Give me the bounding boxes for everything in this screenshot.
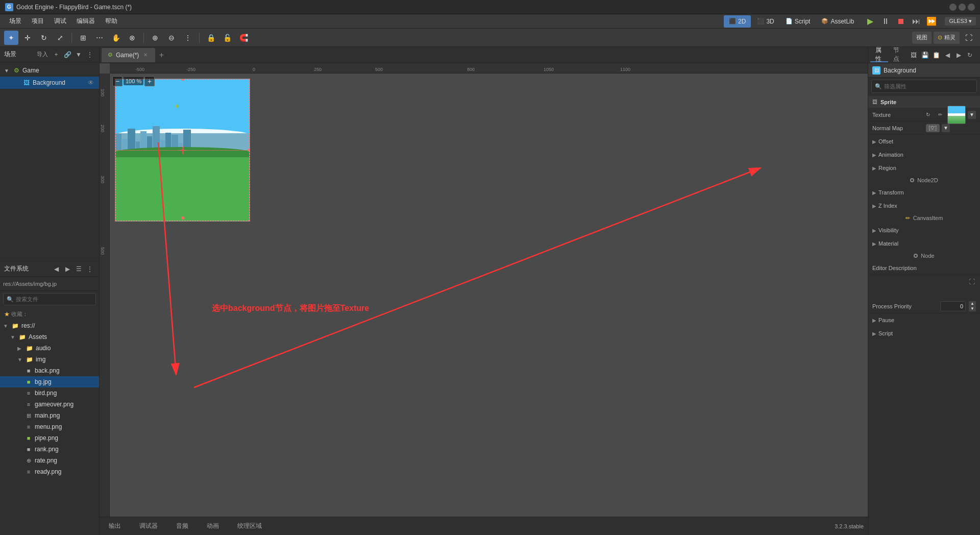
texture-preview[interactable] <box>947 106 966 124</box>
file-item-img[interactable]: ▼ 📁 img <box>0 354 99 365</box>
maximize-button[interactable]: □ <box>959 4 966 11</box>
file-item-pipe-png[interactable]: ■ pipe.png <box>0 432 99 444</box>
menu-help[interactable]: 帮助 <box>100 15 122 28</box>
unlock-button[interactable]: 🔓 <box>220 31 234 45</box>
menu-scene[interactable]: 场景 <box>4 15 27 28</box>
property-search-input[interactable] <box>884 83 973 89</box>
tree-item-game[interactable]: ▼ ⚙ Game <box>0 64 99 77</box>
rotate-tool-button[interactable]: ↻ <box>37 31 51 45</box>
normal-map-dropdown-button[interactable]: ▼ <box>942 124 950 132</box>
inspector-history-left[interactable]: ◀ <box>942 50 952 60</box>
file-item-bird-png[interactable]: ≡ bird.png <box>0 387 99 399</box>
texture-dropdown-button[interactable]: ▼ <box>968 111 976 119</box>
transform-row[interactable]: ▶ Transform <box>868 186 980 199</box>
play-custom-button[interactable]: ⏩ <box>924 14 939 29</box>
region-row[interactable]: ▶ Region <box>868 161 980 175</box>
priority-up-button[interactable]: ▲ <box>969 301 976 306</box>
scene-filter-button[interactable]: ▼ <box>74 50 84 60</box>
file-nav-back[interactable]: ◀ <box>51 264 61 274</box>
z-index-row[interactable]: ▶ Z Index <box>868 199 980 212</box>
file-item-rate-png[interactable]: ⊕ rate.png <box>0 455 99 466</box>
file-more-button[interactable]: ⋮ <box>85 264 95 274</box>
texture-reload-button[interactable]: ↻ <box>923 110 933 120</box>
group-button[interactable]: ⊕ <box>148 31 162 45</box>
process-priority-input[interactable] <box>940 301 966 311</box>
inspector-tab-node[interactable]: 节点 <box>888 48 906 62</box>
file-item-rank-png[interactable]: ■ rank.png <box>0 444 99 455</box>
scale-tool-button[interactable]: ⤢ <box>53 31 67 45</box>
file-item-main-png[interactable]: ⊞ main.png <box>0 410 99 421</box>
visibility-row[interactable]: ▶ Visibility <box>868 224 980 237</box>
transform-button[interactable]: ⊗ <box>125 31 139 45</box>
inspector-tab-properties[interactable]: 属性 <box>870 48 888 62</box>
mode-assetlib-button[interactable]: 📦 AssetLib <box>816 15 859 28</box>
stop-button[interactable]: ⏹ <box>894 14 908 29</box>
file-item-back-png[interactable]: ■ back.png <box>0 365 99 376</box>
mode-script-button[interactable]: 📄 Script <box>780 15 816 28</box>
tab-close-button[interactable]: ✕ <box>142 52 149 59</box>
scene-add-button[interactable]: + <box>51 50 61 60</box>
play-scene-button[interactable]: ⏭ <box>909 14 923 29</box>
file-item-gameover-png[interactable]: ≡ gameover.png <box>0 399 99 410</box>
view-button[interactable]: 视图 <box>912 32 932 44</box>
close-button[interactable]: ✕ <box>968 4 975 11</box>
lock-button[interactable]: 🔒 <box>204 31 218 45</box>
texture-edit-button[interactable]: ✏ <box>935 110 945 120</box>
offset-row[interactable]: ▶ Offset <box>868 135 980 148</box>
import-label[interactable]: 导入 <box>37 51 48 58</box>
handle-bottom-center[interactable] <box>181 216 184 220</box>
pan-button[interactable]: ✋ <box>109 31 123 45</box>
ungroup-button[interactable]: ⊖ <box>164 31 179 45</box>
select-tool-button[interactable]: ✦ <box>4 31 18 45</box>
mode-3d-button[interactable]: ⬛ 3D <box>752 15 779 28</box>
canvas-area[interactable]: -500 -250 0 250 500 800 1050 1100 100 20… <box>100 63 868 517</box>
tree-item-background[interactable]: 🖼 Background 👁 <box>0 77 99 89</box>
scene-link-button[interactable]: 🔗 <box>62 50 72 60</box>
smart-snap-button[interactable]: ⊞ <box>76 31 90 45</box>
gles-badge[interactable]: GLES3 ▾ <box>945 17 976 26</box>
animation-tab[interactable]: 动画 <box>202 519 224 533</box>
grid-button[interactable]: ⋯ <box>92 31 107 45</box>
scene-more-button[interactable]: ⋮ <box>85 50 95 60</box>
file-list-view[interactable]: ☰ <box>74 264 84 274</box>
file-item-ready-png[interactable]: ≡ ready.png <box>0 466 99 477</box>
debugger-tab[interactable]: 调试器 <box>134 519 163 533</box>
menu-editor[interactable]: 编辑器 <box>71 15 100 28</box>
snap-button[interactable]: 🧲 <box>236 31 251 45</box>
zoom-out-button[interactable]: − <box>112 76 122 86</box>
priority-down-button[interactable]: ▼ <box>969 306 976 311</box>
audio-tab[interactable]: 音频 <box>171 519 193 533</box>
animation-row[interactable]: ▶ Animation <box>868 148 980 161</box>
tab-game[interactable]: ⚙ Game(*) ✕ <box>102 48 155 62</box>
material-row[interactable]: ▶ Material <box>868 237 980 250</box>
file-item-assets[interactable]: ▼ 📁 Assets <box>0 331 99 343</box>
file-item-audio[interactable]: ▶ 📁 audio <box>0 343 99 354</box>
menu-project[interactable]: 项目 <box>27 15 49 28</box>
handle-bottom-right[interactable] <box>248 220 250 222</box>
pause-button[interactable]: ⏸ <box>878 14 893 29</box>
more-options-button[interactable]: ⋮ <box>181 31 195 45</box>
file-nav-forward[interactable]: ▶ <box>62 264 72 274</box>
history-list-button[interactable]: 📋 <box>931 50 941 60</box>
file-item-bg-jpg[interactable]: ■ bg.jpg <box>0 376 99 387</box>
inspector-lock-button[interactable]: ↻ <box>965 50 975 60</box>
file-item-menu-png[interactable]: ≡ menu.png <box>0 421 99 432</box>
tileset-tab[interactable]: 绞理区域 <box>232 519 267 533</box>
minimize-button[interactable]: — <box>949 4 957 11</box>
expand-viewport-button[interactable]: ⛶ <box>962 31 976 45</box>
script-row[interactable]: ▶ Script <box>868 327 980 340</box>
inspector-history-right[interactable]: ▶ <box>953 50 964 60</box>
precise-button[interactable]: ⊙ 精灵 <box>934 32 960 44</box>
file-item-res[interactable]: ▼ 📁 res:// <box>0 320 99 331</box>
history-back-button[interactable]: 🖼 <box>909 50 919 60</box>
file-search-input[interactable] <box>16 296 92 302</box>
mode-2d-button[interactable]: ⬛ 2D <box>724 15 751 28</box>
tab-add-button[interactable]: + <box>155 49 167 61</box>
menu-debug[interactable]: 调试 <box>49 15 71 28</box>
zoom-in-button[interactable]: + <box>144 76 155 86</box>
visibility-icon[interactable]: 👁 <box>87 79 95 87</box>
history-forward-button[interactable]: 💾 <box>920 50 930 60</box>
expand-button[interactable]: ⛶ <box>967 277 977 287</box>
move-tool-button[interactable]: ✛ <box>20 31 35 45</box>
pause-row[interactable]: ▶ Pause <box>868 313 980 327</box>
